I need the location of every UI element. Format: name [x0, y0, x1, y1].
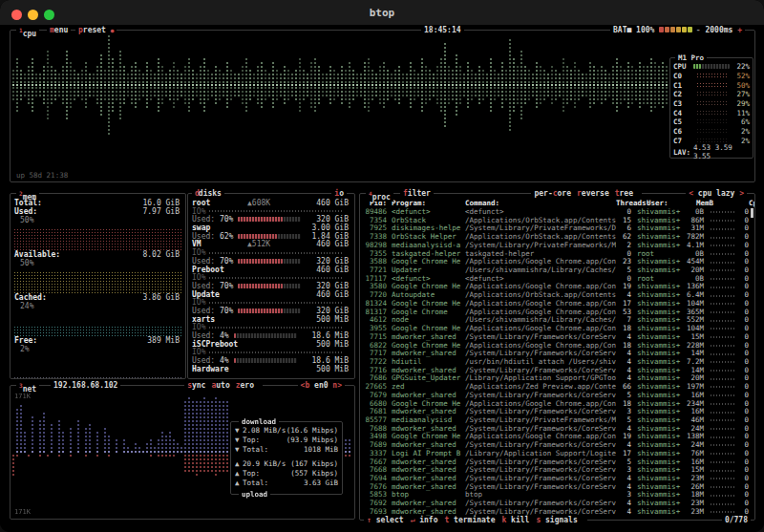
menu-button[interactable]: menu [47, 26, 71, 34]
battery-block [670, 27, 675, 32]
proc-threads: 17 [616, 300, 631, 309]
proc-option-t[interactable]: tree [615, 189, 633, 198]
process-row[interactable]: 27665zed/Applications/Zed Preview.app/Co… [362, 383, 749, 392]
process-row[interactable]: 7355taskgated-helpertaskgated-helper0roo… [362, 250, 749, 259]
process-row[interactable]: 81324Google Chrome He/Applications/Googl… [362, 300, 749, 309]
next-interface-button[interactable]: n> [332, 381, 342, 390]
process-row[interactable]: 81317Google Chrome/Applications/Google C… [362, 309, 749, 317]
disk-name-line: Hardware500 MiB [188, 366, 354, 374]
sort-next-button[interactable]: > [739, 189, 744, 198]
process-row[interactable]: 7688mdworker_shared/System/Library/Frame… [362, 425, 749, 434]
proc-program: Google Chrome He [392, 342, 462, 351]
proc-mem-graph [708, 250, 736, 259]
process-row[interactable]: 7668mdworker_shared/System/Library/Frame… [362, 466, 749, 475]
sort-prev-button[interactable]: < [689, 189, 693, 198]
io-mode-button[interactable]: io [331, 189, 347, 198]
signals-button[interactable]: s signals [536, 516, 577, 524]
tab-proc[interactable]: 4proc [366, 189, 393, 202]
process-row[interactable]: 3588Google Chrome He/Applications/Google… [362, 258, 749, 266]
net-info-value: (93.9 Mibps) [286, 436, 338, 445]
process-row[interactable]: 7686GPGSuite_Updater/Library/Application… [362, 374, 749, 383]
header-threads[interactable]: Threads: [616, 200, 641, 208]
proc-mem: 138M [683, 433, 704, 441]
proc-command: /Users/shivammishra/Library/Caches/d [465, 266, 616, 275]
terminate-button[interactable]: t terminate [444, 516, 495, 524]
process-row[interactable]: 3580Google Chrome He/Applications/Google… [362, 283, 749, 291]
process-row[interactable]: 7354OrbStack/Applications/OrbStack.app/C… [362, 217, 749, 225]
process-row[interactable]: 3498Google Chrome He/Applications/Google… [362, 433, 749, 441]
process-row[interactable]: 17117<defunct><defunct>0root0B0.0 [362, 275, 749, 284]
proc-command: /usr/bin/hdiutil attach /Users/shiva [465, 358, 616, 367]
proc-option-r[interactable]: reverse [577, 189, 609, 198]
proc-mem: 14M [683, 350, 704, 358]
interval-plus-button[interactable]: + [737, 26, 742, 34]
proc-cpu: 0.0 [736, 275, 749, 284]
proc-threads: 3 [616, 491, 631, 500]
disk-name: Hardware [192, 365, 229, 373]
process-row[interactable]: 7716mdworker_shared/System/Library/Frame… [362, 367, 749, 375]
proc-pid: 7681 [362, 408, 387, 416]
info-button[interactable]: ↵ info [411, 516, 438, 524]
prev-interface-button[interactable]: <b [301, 381, 310, 390]
proc-program: hdiutil [392, 358, 462, 367]
net-option-a[interactable]: auto [211, 381, 229, 390]
select-button[interactable]: ↑ select [367, 516, 404, 524]
process-row[interactable]: 7694mdworker_shared/System/Library/Frame… [362, 475, 749, 483]
proc-program: Logi AI Prompt B [392, 450, 462, 458]
key-hint: t [444, 516, 449, 524]
process-row[interactable]: 7720Autoupdate/Applications/OrbStack.app… [362, 291, 749, 300]
proc-threads: 0 [616, 275, 631, 284]
mem-entry-value: 7.97 GiB [142, 207, 180, 216]
cpu-total-row: CPU22% [670, 62, 753, 72]
core-history-graph [696, 82, 727, 89]
proc-command: btop [465, 491, 616, 500]
preset-button[interactable]: preset ● [75, 26, 117, 34]
header-user[interactable]: User: [647, 200, 692, 208]
process-row[interactable]: 7692mdworker_shared/System/Library/Frame… [362, 500, 749, 508]
disk-total: 460 GiB [316, 200, 349, 208]
process-row[interactable]: 7667mdworker_shared/System/Library/Frame… [362, 458, 749, 467]
header-program[interactable]: Program: [392, 200, 462, 208]
process-row[interactable]: 7676mdworker_shared/System/Library/Frame… [362, 483, 749, 492]
process-row[interactable]: 3337Logi AI Prompt B/Library/Application… [362, 450, 749, 458]
proc-user: shivammis+ [637, 350, 683, 358]
process-row[interactable]: 3955Google Chrome He/Applications/Google… [362, 325, 749, 333]
process-row[interactable]: 7338OrbStack Helper/Applications/OrbStac… [362, 233, 749, 242]
tab-disks[interactable]: ddisks [192, 189, 224, 198]
header-cpu[interactable]: Cpu% + [746, 200, 754, 208]
header-command[interactable]: Command: [465, 200, 616, 208]
filter-button[interactable]: filter [400, 189, 434, 198]
process-row[interactable]: 7721Updater/Users/shivammishra/Library/C… [362, 266, 749, 275]
disk-name-line: Preboot460 GiB [188, 266, 354, 275]
proc-program: Google Chrome He [392, 433, 462, 441]
process-row[interactable]: 6822Google Chrome He/Applications/Google… [362, 342, 749, 351]
proc-program: mdworker_shared [392, 475, 462, 483]
process-row[interactable]: 7679mdworker_shared/System/Library/Frame… [362, 392, 749, 400]
net-option-z[interactable]: zero [236, 381, 254, 390]
net-option-s[interactable]: sync [187, 381, 205, 390]
interval-minus-button[interactable]: - [696, 26, 701, 34]
proc-program: Google Chrome [392, 309, 462, 317]
proc-mem: 15M [683, 333, 704, 342]
process-row[interactable]: 4612node/Users/shivammishra/Library/Cach… [362, 316, 749, 325]
process-row[interactable]: 7689mdworker_shared/System/Library/Frame… [362, 441, 749, 450]
proc-program: mdworker_shared [392, 333, 462, 342]
proc-threads: 18 [616, 400, 631, 409]
proc-scrollbar[interactable] [751, 208, 753, 218]
process-row[interactable]: 89486<defunct><defunct>0shivammis+0B0.0 [362, 208, 749, 217]
process-row[interactable]: 98298mediaanalysisd-a/System/Library/Pri… [362, 242, 749, 250]
process-row[interactable]: 7925diskimages-helpe/System/Library/Priv… [362, 224, 749, 233]
tab-net[interactable]: 3net [16, 381, 39, 394]
process-row[interactable]: 6680Google Chrome He/Applications/Google… [362, 400, 749, 409]
kill-button[interactable]: k kill [501, 516, 529, 524]
process-row[interactable]: 7717mdworker_shared/System/Library/Frame… [362, 350, 749, 358]
process-row[interactable]: 85577mediaanalysisd/System/Library/Priva… [362, 416, 749, 425]
process-row[interactable]: 5853btopbtop3shivammis+18M0.0 [362, 491, 749, 500]
process-row[interactable]: 7715mdworker_shared/System/Library/Frame… [362, 333, 749, 342]
process-row[interactable]: 7722hdiutil/usr/bin/hdiutil attach /User… [362, 358, 749, 367]
header-mem[interactable]: MemB [692, 200, 713, 208]
proc-option-c[interactable]: per-core [534, 189, 571, 198]
battery-block [688, 27, 692, 32]
proc-program: mdworker_shared [392, 483, 462, 492]
process-row[interactable]: 7681mdworker_shared/System/Library/Frame… [362, 408, 749, 416]
